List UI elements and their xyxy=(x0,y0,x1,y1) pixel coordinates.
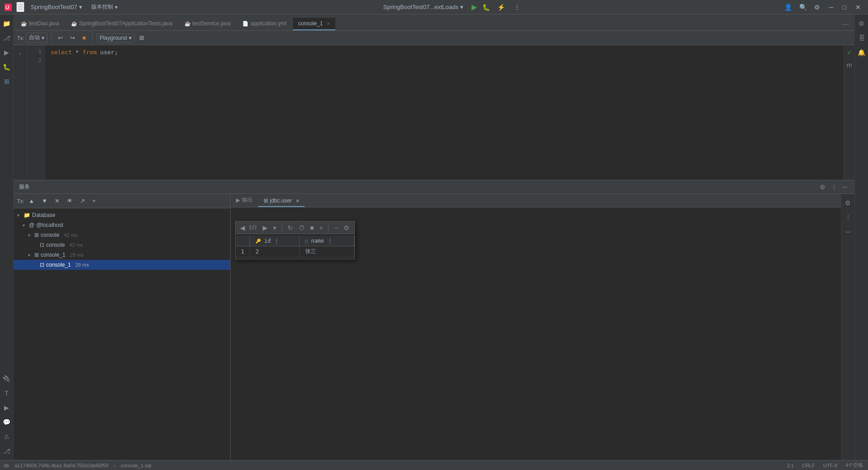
search-everywhere-button[interactable]: 🔍 xyxy=(797,3,809,12)
sidebar-problems-icon[interactable]: ⚠ xyxy=(2,431,11,442)
sidebar-debug-icon[interactable]: 🐛 xyxy=(1,61,12,72)
tree-item-console1-parent[interactable]: ▾ ⊞ console_1 29 ms xyxy=(14,250,230,260)
services-down-icon[interactable]: ▼ xyxy=(39,196,50,206)
code-editor[interactable]: select * from user; xyxy=(45,45,844,180)
tx-mode-dropdown[interactable]: 自动 ▾ xyxy=(26,33,47,43)
panel-settings-icon-right[interactable]: ⚙ xyxy=(843,197,853,208)
vcs-button[interactable]: 版本控制 ▾ xyxy=(89,2,120,12)
popup-page-dropdown-btn[interactable]: ▾ xyxy=(271,223,278,232)
account-icon-button[interactable]: 👤 xyxy=(783,3,794,12)
popup-minus-btn[interactable]: − xyxy=(332,223,340,232)
sidebar-run-icon[interactable]: ▶ xyxy=(2,47,11,58)
more-actions-button[interactable]: ⋮ xyxy=(512,3,522,12)
console1-child-icon: ⊡ xyxy=(40,262,44,268)
popup-toolbar: ◀ 1行 ▶ ▾ ↻ ⏱ ■ + − xyxy=(236,221,354,234)
popup-next-btn[interactable]: ▶ xyxy=(261,223,269,232)
tab-testDao[interactable]: ☕ testDao.java xyxy=(15,18,65,30)
maximize-button[interactable]: □ xyxy=(839,2,850,13)
col-header-id[interactable]: 🔑 id ⋮ xyxy=(250,236,299,246)
status-indent: 4个空格 xyxy=(845,462,863,468)
services-add-icon[interactable]: + xyxy=(90,196,99,206)
project-name-button[interactable]: SpringBootTest07 ▾ xyxy=(28,3,85,11)
svg-text:IJ: IJ xyxy=(5,5,9,10)
panel-minimize-icon[interactable]: ─ xyxy=(841,183,849,192)
tree-item-console-parent[interactable]: ▾ ⊞ console 42 ms xyxy=(14,230,230,240)
tabs-more-button[interactable]: ⋯ xyxy=(838,18,853,30)
hamburger-menu-button[interactable]: ☰ xyxy=(16,2,24,12)
tree-item-localhost[interactable]: ▾ @ @localhost xyxy=(14,220,230,230)
cell-name-1[interactable]: 张三 xyxy=(299,246,354,257)
sidebar-services-icon[interactable]: ⊞ xyxy=(2,76,11,87)
panel-more-dots-icon[interactable]: ⋮ xyxy=(843,212,853,223)
right-sidebar-settings-icon[interactable]: ⚙ xyxy=(857,18,866,29)
tab-appYml[interactable]: 📄 application.yml xyxy=(237,18,292,30)
tree-item-console1-child[interactable]: ⊡ console_1 29 ms xyxy=(14,260,230,270)
services-up-icon[interactable]: ▲ xyxy=(26,196,37,206)
services-tx-label: Tx: xyxy=(17,198,24,204)
run-button[interactable]: ▶ xyxy=(472,3,477,11)
popup-timer-btn[interactable]: ⏱ xyxy=(297,223,307,232)
sidebar-terminal-icon[interactable]: T xyxy=(3,388,10,399)
tab-console1-close-icon[interactable]: ✕ xyxy=(326,21,330,26)
playground-dropdown[interactable]: Playground ▾ xyxy=(96,33,135,42)
status-line-ending-button[interactable]: CRLF xyxy=(801,462,816,469)
file-tabs: ☕ testDao.java ☕ SpringBootTest07Applica… xyxy=(14,14,854,31)
popup-settings-btn[interactable]: ⚙ xyxy=(342,223,351,232)
popup-result-table: ◀ 1行 ▶ ▾ ↻ ⏱ ■ + − xyxy=(235,221,355,259)
col-header-name[interactable]: □ name ⋮ xyxy=(299,236,354,246)
vcs-label: 版本控制 xyxy=(91,3,113,11)
services-view-icon[interactable]: 👁 xyxy=(64,196,75,206)
toolbar-sep2 xyxy=(92,34,93,42)
right-sidebar-database-icon[interactable]: 🗄 xyxy=(857,33,867,43)
minimize-button[interactable]: ─ xyxy=(826,2,837,13)
sidebar-commit-icon[interactable]: ⎇ xyxy=(1,33,12,43)
services-close-icon[interactable]: ✕ xyxy=(52,196,62,206)
popup-prev-btn[interactable]: ◀ xyxy=(238,223,247,232)
execute-check-icon[interactable]: ✓ xyxy=(845,47,854,58)
status-encoding: UTF-8 xyxy=(823,463,837,468)
popup-refresh-btn[interactable]: ↻ xyxy=(286,223,295,232)
tree-item-console-child[interactable]: ⊡ console 42 ms xyxy=(14,240,230,250)
tree-item-database[interactable]: ▾ 📁 Database xyxy=(14,210,230,220)
stop-execution-button[interactable]: ■ xyxy=(80,33,89,42)
table-row[interactable]: 1 2 张三 xyxy=(236,246,354,257)
popup-stop-btn[interactable]: ■ xyxy=(308,223,316,232)
debug-button[interactable]: 🐛 xyxy=(482,4,490,11)
panel-header-right: ⚙ ⋮ ─ xyxy=(818,183,849,192)
status-cursor-button[interactable]: 2:1 xyxy=(786,462,795,469)
sidebar-messages-icon[interactable]: 💬 xyxy=(1,417,12,428)
services-toolbar: Tx: ▲ ▼ ✕ 👁 ↗ + xyxy=(14,194,230,208)
status-line-ending: CRLF xyxy=(802,463,815,468)
tab-console1[interactable]: console_1 ✕ xyxy=(293,18,336,30)
right-sidebar-notifications-icon[interactable]: 🔔 xyxy=(856,47,867,58)
panel-more-icon[interactable]: ⋮ xyxy=(829,183,839,192)
tree-label-console1-child: console_1 xyxy=(46,262,71,268)
tab-jdbc-user[interactable]: ⊞ jdbc.user ✕ xyxy=(258,195,305,207)
run-config-button[interactable]: SpringBootTest07...extLoads ▾ xyxy=(381,3,466,11)
redo-button[interactable]: ↪ xyxy=(67,33,78,42)
undo-button[interactable]: ↩ xyxy=(55,33,66,42)
close-button[interactable]: ✕ xyxy=(852,2,864,13)
playground-chevron-icon: ▾ xyxy=(129,35,132,41)
coverage-button[interactable]: ⚡ xyxy=(495,3,507,12)
status-indent-button[interactable]: 4个空格 xyxy=(844,461,864,469)
sidebar-git2-icon[interactable]: ⎇ xyxy=(1,446,12,456)
panel-collapse-icon[interactable]: ─ xyxy=(844,226,852,237)
cell-id-1[interactable]: 2 xyxy=(250,246,299,257)
result-data-table: 🔑 id ⋮ □ name ⋮ xyxy=(236,236,354,257)
jdbc-user-tab-close-icon[interactable]: ✕ xyxy=(296,198,299,203)
tab-testService[interactable]: ☕ testService.java xyxy=(179,18,236,30)
settings-button[interactable]: ⚙ xyxy=(812,3,822,12)
status-encoding-button[interactable]: UTF-8 xyxy=(822,462,839,469)
services-export-icon[interactable]: ↗ xyxy=(77,196,88,206)
panel-settings-icon[interactable]: ⚙ xyxy=(818,183,827,192)
status-db: db xyxy=(4,463,9,468)
sidebar-plugins-icon[interactable]: 🔌 xyxy=(1,373,12,384)
editor-more-icon[interactable]: m xyxy=(845,60,854,70)
sidebar-project-icon[interactable]: 📁 xyxy=(1,18,12,29)
grid-view-button[interactable]: ⊞ xyxy=(137,33,147,42)
tab-appTests[interactable]: ☕ SpringBootTest07ApplicationTests.java xyxy=(66,18,178,30)
sidebar-run2-icon[interactable]: ▶ xyxy=(2,402,11,413)
tab-output[interactable]: ▶ 输出 xyxy=(231,194,258,207)
popup-add-btn[interactable]: + xyxy=(317,223,325,232)
